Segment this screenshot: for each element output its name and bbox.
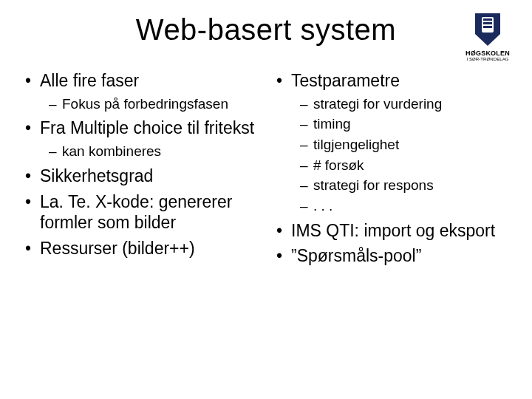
bullet-item: Fra Multiple choice til fritekst kan kom… — [22, 117, 259, 160]
sub-bullet-text: timing — [313, 116, 351, 132]
bullet-text: IMS QTI: import og eksport — [291, 221, 495, 240]
sub-bullet-item: tilgjengelighet — [291, 135, 510, 154]
logo-line1: HØGSKOLEN — [458, 50, 517, 57]
bullet-item: Ressurser (bilder++) — [22, 238, 259, 259]
bullet-item: IMS QTI: import og eksport — [273, 220, 510, 242]
sub-bullet-text: tilgjengelighet — [313, 137, 399, 152]
svg-rect-3 — [483, 26, 492, 28]
institution-logo: HØGSKOLEN I SØR-TRØNDELAG — [458, 12, 517, 62]
logo-line2: I SØR-TRØNDELAG — [458, 57, 517, 61]
sub-bullet-item: . . . — [291, 197, 510, 216]
slide-title: Web-basert system — [22, 13, 510, 47]
sub-bullet-item: strategi for vurdering — [291, 95, 510, 114]
bullet-text: Alle fire faser — [40, 71, 139, 90]
sub-bullet-text: strategi for vurdering — [313, 96, 442, 112]
bullet-item: ”Spørsmåls-pool” — [273, 245, 510, 267]
bullet-text: La. Te. X-kode: genererer formler som bi… — [40, 192, 232, 233]
left-column: Alle fire faser Fokus på forbedringsfase… — [22, 70, 259, 271]
sub-bullet-text: kan kombineres — [62, 143, 161, 159]
bullet-item: Sikkerhetsgrad — [22, 166, 259, 187]
sub-bullet-item: timing — [291, 115, 510, 134]
sub-bullet-item: Fokus på forbedringsfasen — [40, 95, 259, 114]
bullet-item: La. Te. X-kode: genererer formler som bi… — [22, 191, 259, 234]
content-columns: Alle fire faser Fokus på forbedringsfase… — [22, 70, 510, 271]
sub-bullet-text: strategi for respons — [313, 177, 434, 193]
svg-rect-1 — [483, 18, 492, 21]
bullet-text: Sikkerhetsgrad — [40, 166, 153, 185]
bullet-item: Alle fire faser Fokus på forbedringsfase… — [22, 70, 259, 113]
svg-rect-2 — [483, 22, 492, 24]
sub-bullet-item: # forsøk — [291, 156, 510, 175]
sub-bullet-item: kan kombineres — [40, 142, 259, 161]
right-column: Testparametre strategi for vurdering tim… — [273, 70, 510, 271]
logo-mark-icon — [472, 12, 503, 49]
sub-bullet-text: . . . — [313, 198, 332, 214]
bullet-text: Fra Multiple choice til fritekst — [40, 118, 254, 137]
slide: HØGSKOLEN I SØR-TRØNDELAG Web-basert sys… — [0, 0, 532, 399]
bullet-text: ”Spørsmåls-pool” — [291, 246, 421, 265]
sub-bullet-item: strategi for respons — [291, 176, 510, 195]
sub-bullet-text: Fokus på forbedringsfasen — [62, 96, 228, 112]
bullet-text: Testparametre — [291, 71, 400, 90]
sub-bullet-text: # forsøk — [313, 157, 364, 173]
bullet-text: Ressurser (bilder++) — [40, 239, 195, 258]
bullet-item: Testparametre strategi for vurdering tim… — [273, 70, 510, 216]
